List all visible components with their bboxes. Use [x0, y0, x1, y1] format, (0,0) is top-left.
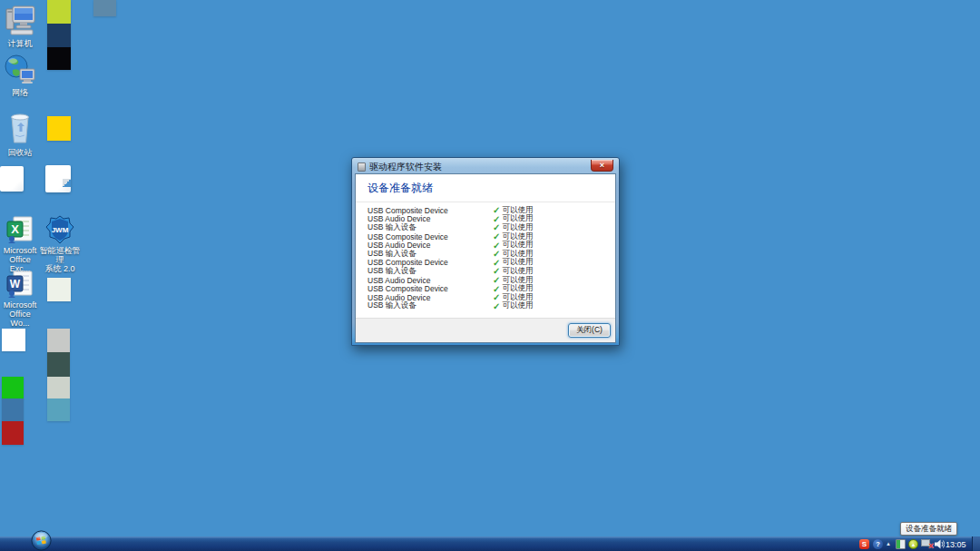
check-icon: ✓ [493, 302, 500, 310]
desktop-tile[interactable] [2, 329, 25, 351]
driver-install-icon [358, 162, 366, 172]
device-name: USB 输入设备 [368, 300, 493, 311]
red-x-icon: × [928, 542, 934, 551]
desktop-icon-recycle-bin[interactable]: 回收站 [0, 110, 40, 157]
dialog-body: 设备准备就绪 USB Composite Device✓可以使用 USB Aud… [355, 173, 616, 343]
start-button[interactable] [30, 530, 53, 551]
svg-text:W: W [10, 278, 21, 290]
show-desktop-button[interactable] [972, 536, 980, 551]
desktop-tile[interactable] [47, 24, 71, 47]
desktop-tile[interactable] [47, 398, 70, 421]
desktop-tile[interactable] [2, 421, 24, 445]
help-tray-icon[interactable]: ? [873, 539, 883, 549]
desktop-icon-label: Microsoft Office Wo... [0, 300, 40, 328]
question-glyph: ? [876, 540, 880, 548]
file-placeholder-icon[interactable] [45, 165, 71, 192]
close-icon[interactable]: × [591, 160, 613, 172]
dialog-titlebar[interactable]: 驱动程序软件安装 × [355, 161, 616, 173]
taskbar[interactable] [0, 536, 980, 551]
jwm-shield-icon: JWM [45, 215, 74, 244]
desktop-icon-word[interactable]: W Microsoft Office Wo... [0, 270, 40, 328]
desktop-icon-label: 智能巡检管理 系统 2.0 [38, 246, 82, 273]
device-status: ✓可以使用 [493, 300, 533, 311]
device-list: USB Composite Device✓可以使用 USB Audio Devi… [356, 202, 615, 310]
device-name: USB Composite Device [368, 232, 493, 241]
network-icon [4, 54, 36, 86]
show-hidden-icons-button[interactable]: ▲ [886, 541, 891, 546]
desktop-icon-computer[interactable]: 计算机 [0, 3, 40, 48]
desktop-tile[interactable] [47, 377, 70, 398]
desktop-tile[interactable] [47, 278, 71, 301]
svg-text:JWM: JWM [52, 226, 69, 234]
dialog-footer: 关闭(C) [356, 318, 615, 342]
tray-tooltip: 设备准备就绪 [900, 522, 957, 536]
device-row: USB 输入设备✓可以使用 [368, 223, 615, 232]
desktop-tile[interactable] [47, 116, 71, 141]
volume-tray-icon[interactable] [935, 539, 945, 549]
device-row: USB Composite Device✓可以使用 [368, 232, 615, 241]
desktop-icon-label: 网络 [0, 88, 40, 97]
desktop: 计算机 网络 回收站 X [0, 0, 980, 551]
driver-ready-tray-icon[interactable] [896, 539, 906, 549]
device-name: USB Composite Device [368, 206, 493, 215]
desktop-tile[interactable] [47, 329, 70, 352]
device-row: USB Composite Device✓可以使用 [368, 206, 615, 215]
desktop-icon-label: 计算机 [0, 39, 40, 48]
sogou-glyph: S [862, 540, 867, 548]
desktop-tile[interactable] [93, 0, 116, 16]
desktop-tile[interactable] [47, 47, 71, 70]
computer-icon [4, 3, 36, 37]
device-row: USB Audio Device✓可以使用 [368, 276, 615, 285]
network-error-tray-icon[interactable]: × [921, 539, 932, 549]
device-status-text: 可以使用 [502, 300, 533, 311]
desktop-tile[interactable] [2, 398, 24, 421]
close-glyph: × [600, 162, 604, 170]
device-row: USB Composite Device✓可以使用 [368, 284, 615, 293]
word-icon: W [5, 270, 34, 299]
desktop-tile[interactable] [2, 377, 24, 398]
driver-install-dialog: 驱动程序软件安装 × 设备准备就绪 USB Composite Device✓可… [351, 157, 620, 346]
desktop-tile[interactable] [47, 0, 71, 24]
sogou-tray-icon[interactable]: S [859, 539, 869, 549]
device-row: USB 输入设备✓可以使用 [368, 302, 615, 311]
desktop-icon-jwm[interactable]: JWM 智能巡检管理 系统 2.0 [38, 215, 82, 273]
dialog-content: 设备准备就绪 USB Composite Device✓可以使用 USB Aud… [356, 174, 615, 318]
desktop-icon-excel[interactable]: X Microsoft Office Exc... [0, 215, 40, 273]
device-name: USB Composite Device [368, 284, 493, 293]
svg-text:X: X [11, 222, 19, 236]
security-tray-icon[interactable]: ▲ [908, 539, 918, 549]
file-placeholder-icon[interactable] [0, 166, 24, 192]
taskbar-clock[interactable]: 13:05 [946, 540, 966, 549]
chevron-up-icon: ▲ [886, 541, 891, 546]
dialog-heading: 设备准备就绪 [356, 174, 615, 196]
device-row: USB 输入设备✓可以使用 [368, 250, 615, 259]
excel-icon: X [5, 215, 34, 244]
desktop-icon-network[interactable]: 网络 [0, 54, 40, 97]
desktop-tile[interactable] [47, 352, 70, 377]
arrow-up-glyph: ▲ [911, 542, 916, 547]
device-row: USB 输入设备✓可以使用 [368, 267, 615, 276]
device-name: USB Audio Device [368, 276, 493, 285]
dialog-title: 驱动程序软件安装 [369, 161, 442, 173]
desktop-icon-label: 回收站 [0, 148, 40, 157]
close-button[interactable]: 关闭(C) [568, 323, 611, 338]
recycle-bin-icon [5, 110, 34, 146]
